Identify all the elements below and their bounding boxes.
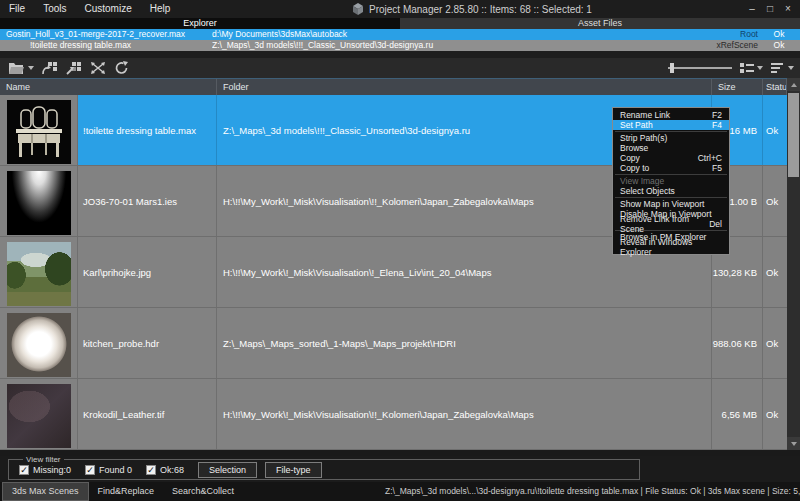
scene-name: Gostin_Holl_v3_01-merge-2017-2_recover.m… [0,29,212,40]
batch-relink-icon[interactable] [66,60,82,76]
slider-thumb[interactable] [670,63,674,73]
status-bar: 3ds Max Scenes Find&Replace Search&Colle… [0,482,800,501]
selection-button[interactable]: Selection [198,462,257,478]
asset-name: kitchen_probe.hdr [78,308,217,378]
asset-name: Karl\prihojke.jpg [78,237,217,307]
sort-order-icon[interactable] [771,60,794,76]
slider-track [668,67,732,69]
scene-tree: Gostin_Holl_v3_01-merge-2017-2_recover.m… [0,29,800,51]
menu-item-reveal-in-windows-explorer[interactable]: Reveal in Windows Explorer [613,242,729,252]
scene-status: Ok [758,29,800,40]
menu-item-remove-link-from-scene[interactable]: Remove Link from SceneDel [613,219,729,229]
column-header-status[interactable]: Status [763,79,787,95]
view-filter-controls: ✓ Missing:0 ✓ Found 0 ✓ Ok:68 Selection … [19,463,330,477]
close-icon[interactable]: × [780,1,796,17]
tabbar: Explorer Asset Files [0,18,800,29]
bottom-tab-3ds-max-scenes[interactable]: 3ds Max Scenes [2,482,89,501]
checkbox-checked-icon[interactable]: ✓ [146,465,156,475]
titlebar: File Tools Customize Help Project Manage… [0,0,800,18]
menu-separator [615,131,727,132]
view-mode-icon[interactable] [740,60,763,76]
project-manager-window: File Tools Customize Help Project Manage… [0,0,800,501]
asset-status: Ok [763,379,787,449]
column-header-size[interactable]: Size [712,79,763,95]
toolbar [0,58,800,78]
thumbnail-size-slider[interactable] [668,62,732,74]
refresh-icon[interactable] [114,60,129,76]
scene-row-xref[interactable]: !toilette dressing table.max Z:\_Maps\_3… [0,40,800,51]
asset-status: Ok [763,95,787,165]
asset-status: Ok [763,237,787,307]
menu-item-show-map-in-viewport[interactable]: Show Map in Viewport [613,199,729,209]
bottom-tab-search-collect[interactable]: Search&Collect [163,483,243,500]
scroll-down-icon[interactable] [787,437,800,450]
menu-separator [615,174,727,175]
asset-status: Ok [763,308,787,378]
filter-ok[interactable]: ✓ Ok:68 [146,465,184,475]
file-type-button[interactable]: File-type [265,462,322,478]
asset-status: Ok [763,166,787,236]
dressing-table-thumbnail [7,100,71,164]
asset-name: Krokodil_Leather.tif [78,379,217,449]
window-title: Project Manager 2.85.80 :: Items: 68 :: … [369,4,592,15]
bottom-tab-find-replace[interactable]: Find&Replace [89,483,164,500]
menu-file[interactable]: File [0,0,34,18]
title-group: Project Manager 2.85.80 :: Items: 68 :: … [352,0,592,18]
table-row[interactable]: Krokodil_Leather.tif H:\!!\My_Work\!_Mis… [0,379,787,450]
menu-item-copy-to[interactable]: Copy toF5 [613,163,729,173]
column-header-name[interactable]: Name [0,79,217,95]
menu-customize[interactable]: Customize [75,0,140,18]
asset-folder: H:\!!\My_Work\!_Misk\Visualisation\!!_Ko… [217,379,712,449]
asset-size: 6,56 MB [712,379,763,449]
menu-item-browse[interactable]: Browse [613,143,729,153]
scrollbar-thumb[interactable] [788,93,799,177]
open-folder-icon[interactable] [8,60,34,76]
leather-texture-thumbnail [7,384,71,448]
light-probe-thumbnail [7,313,71,377]
filter-missing[interactable]: ✓ Missing:0 [19,465,71,475]
checkbox-checked-icon[interactable]: ✓ [85,465,95,475]
menu-item-view-image: View Image [613,176,729,186]
maximize-icon[interactable]: □ [762,1,778,17]
menu-item-select-objects[interactable]: Select Objects [613,186,729,196]
menu-item-set-path[interactable]: Set PathF4 [613,120,729,130]
relink-assets-icon[interactable] [42,60,58,76]
scene-status: Ok [758,40,800,51]
tab-explorer[interactable]: Explorer [0,18,400,29]
tab-asset-files[interactable]: Asset Files [400,18,800,29]
toolbar-right [668,58,794,78]
table-header: Name Folder Size Status [0,78,800,95]
menu-item-rename-link[interactable]: Rename LinkF2 [613,110,729,120]
checkbox-checked-icon[interactable]: ✓ [19,465,29,475]
asset-folder: Z:\_Maps\_Maps_sorted\_1-Maps\_Maps_proj… [217,308,712,378]
menu-tools[interactable]: Tools [34,0,75,18]
filter-found[interactable]: ✓ Found 0 [85,465,132,475]
menubar: File Tools Customize Help [0,0,179,18]
vertical-scrollbar[interactable] [787,78,800,450]
scene-row-root[interactable]: Gostin_Holl_v3_01-merge-2017-2_recover.m… [0,29,800,40]
scroll-up-icon[interactable] [787,78,800,91]
view-filter-section: View filter ✓ Missing:0 ✓ Found 0 ✓ Ok:6… [0,456,800,482]
table-row[interactable]: kitchen_probe.hdr Z:\_Maps\_Maps_sorted\… [0,308,787,379]
menu-item-copy[interactable]: CopyCtrl+C [613,153,729,163]
menu-help[interactable]: Help [141,0,180,18]
scene-type: Root [688,29,758,40]
chevron-down-icon[interactable] [757,66,763,70]
chevron-down-icon[interactable] [788,66,794,70]
scene-name: !toilette dressing table.max [0,40,212,51]
thumbnail-cell [0,308,78,378]
minimize-icon[interactable]: – [744,1,760,17]
thumbnail-cell [0,379,78,449]
scene-type: xRefScene [688,40,758,51]
menu-item-strip-paths[interactable]: Strip Path(s) [613,133,729,143]
scene-path: d:\My Documents\3dsMax\autoback [212,29,688,40]
thumbnail-cell [0,166,78,236]
landscape-painting-thumbnail [7,242,71,306]
app-logo-icon [352,3,364,15]
column-header-folder[interactable]: Folder [217,79,712,95]
chevron-down-icon[interactable] [28,66,34,70]
context-menu: Rename LinkF2 Set PathF4 Strip Path(s) B… [612,107,730,255]
asset-name: JO36-70-01 Mars1.ies [78,166,217,236]
thumbnail-cell [0,95,78,165]
collect-assets-icon[interactable] [90,60,106,76]
